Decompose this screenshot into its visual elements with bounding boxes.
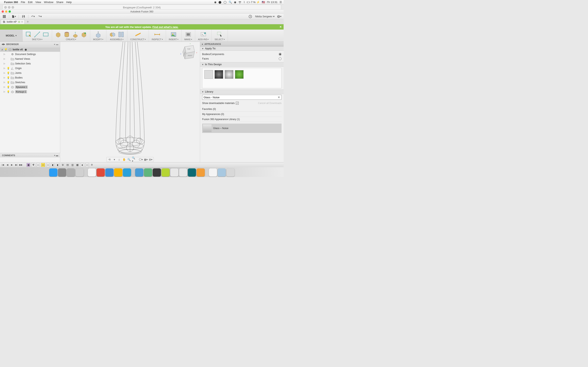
menu-share[interactable]: Share: [56, 1, 63, 4]
file-menu-button[interactable]: ▾: [12, 14, 16, 19]
maximize-window-button[interactable]: [9, 10, 11, 13]
cylinder-icon[interactable]: [63, 31, 70, 38]
app-menu[interactable]: Fusion 360: [4, 1, 18, 4]
status-icon[interactable]: ⬤: [218, 1, 222, 4]
insert-decal-icon[interactable]: [170, 31, 177, 38]
applyto-bodies[interactable]: Bodies/Components: [202, 52, 282, 57]
feature-11[interactable]: ▦: [76, 163, 79, 167]
dock-mulib[interactable]: [209, 168, 217, 176]
box-icon[interactable]: [55, 31, 61, 38]
dock-safari-alt[interactable]: [67, 168, 75, 176]
extrude-icon[interactable]: [72, 31, 79, 38]
lib-favorites[interactable]: Favorites (0): [202, 107, 282, 112]
dock-sketch[interactable]: [114, 168, 122, 176]
feature-1[interactable]: ◉: [26, 163, 30, 167]
applyto-header[interactable]: ▼Apply To:: [200, 46, 284, 51]
job-status-icon[interactable]: [248, 14, 252, 19]
measure-icon[interactable]: [154, 31, 160, 38]
applyto-faces[interactable]: Faces: [202, 57, 282, 61]
bulb-icon[interactable]: 💡: [4, 48, 7, 51]
input-flag-icon[interactable]: 🇺🇸: [262, 1, 265, 4]
rectangle-icon[interactable]: [43, 31, 49, 38]
material-swatch-1[interactable]: [204, 70, 213, 79]
tree-root[interactable]: ⊿ 💡 bottle v6 ◉: [0, 47, 60, 52]
dock-redshift[interactable]: [179, 168, 187, 176]
dock-fusion[interactable]: [197, 168, 205, 176]
user-menu[interactable]: Nikita Sergeev ▾: [255, 15, 275, 18]
tree-item[interactable]: ▷💡Origin: [0, 66, 60, 71]
bulb-icon[interactable]: 💡: [7, 67, 10, 70]
comments-bar[interactable]: COMMENTS + ▬: [0, 153, 60, 157]
dock-xcode[interactable]: [135, 168, 143, 176]
timeline-settings[interactable]: ⚙: [90, 163, 94, 167]
revolve-icon[interactable]: [81, 31, 87, 38]
add-comment-button[interactable]: + ▬: [54, 154, 58, 157]
tree-item[interactable]: ▷💡Bodies: [0, 75, 60, 80]
ribbon-label-assemble[interactable]: ASSEMBLE▾: [110, 38, 123, 41]
look-at-button[interactable]: ▾: [112, 157, 116, 161]
radio-faces[interactable]: [279, 57, 282, 60]
banner-close-button[interactable]: ×: [280, 25, 282, 29]
status-icon-2[interactable]: ◯: [224, 1, 227, 4]
feature-3[interactable]: ▭: [36, 163, 40, 167]
clear-search-button[interactable]: ✕: [278, 96, 280, 99]
feature-5[interactable]: ▭: [46, 163, 50, 167]
feature-6[interactable]: ◐: [51, 163, 55, 167]
bulb-icon[interactable]: 💡: [7, 85, 10, 89]
lib-fusion[interactable]: Fusion 360 Appearance Library (1): [202, 117, 282, 122]
dock-finder[interactable]: [49, 168, 57, 176]
creative-cloud-icon[interactable]: ◉: [214, 1, 216, 4]
spotlight-icon[interactable]: 🔍: [229, 1, 232, 4]
ribbon-label-create[interactable]: CREATE▾: [66, 38, 76, 41]
joint-icon[interactable]: [118, 31, 124, 38]
feature-13[interactable]: ▭: [85, 163, 89, 167]
banner-link[interactable]: Find out what's new.: [153, 25, 178, 29]
wifi-icon[interactable]: [238, 1, 242, 4]
help-button[interactable]: ?▾: [277, 14, 282, 19]
viewport-canvas[interactable]: TOP FRONT RIGHT Y X Z ⟲ ▾ ⌂ ✋ 🔍 🔍▾ 🖵▾ ▦▾…: [60, 42, 200, 162]
dock-trash[interactable]: [226, 168, 234, 176]
line-icon[interactable]: [34, 31, 40, 38]
tree-item[interactable]: ▷💡Кольцо:1: [0, 89, 60, 94]
library-result[interactable]: Glass – Noise: [202, 124, 282, 133]
notification-center-icon[interactable]: ☰: [279, 1, 282, 4]
scripts-icon[interactable]: >_: [200, 31, 207, 38]
document-tab[interactable]: bottle v6* ×: [1, 19, 25, 24]
ribbon-label-addins[interactable]: ADD-INS▾: [198, 38, 209, 41]
dock-sublime[interactable]: [153, 168, 161, 176]
bulb-icon[interactable]: 💡: [7, 76, 10, 79]
dock-muse[interactable]: [162, 168, 170, 176]
dock-launchpad[interactable]: [58, 168, 66, 176]
home-button[interactable]: ⌂: [117, 157, 121, 161]
plane-icon[interactable]: [135, 31, 141, 38]
orbit-button[interactable]: ⟲: [107, 157, 112, 161]
dock-atom[interactable]: [144, 168, 152, 176]
radio-active-icon[interactable]: ◉: [25, 48, 27, 51]
dock-telegram[interactable]: [123, 168, 131, 176]
zoom-button[interactable]: 🔍: [127, 157, 131, 161]
search-input[interactable]: [204, 96, 278, 99]
new-component-icon[interactable]: [109, 31, 116, 38]
ribbon-label-select[interactable]: SELECT▾: [215, 38, 225, 41]
bulb-icon[interactable]: 💡: [7, 90, 10, 93]
tree-item[interactable]: ▷Selection Sets: [0, 61, 60, 66]
dock-todoist[interactable]: [96, 168, 105, 176]
dock-folder[interactable]: [218, 168, 226, 176]
battery-icon[interactable]: 7 % ⚡: [247, 1, 259, 4]
workspace-switcher[interactable]: MODEL▾: [0, 30, 22, 42]
fit-button[interactable]: 🔍▾: [132, 157, 136, 161]
ribbon-label-sketch[interactable]: SKETCH▾: [32, 38, 43, 41]
tree-item[interactable]: ▷💡Joints: [0, 71, 60, 75]
new-tab-button[interactable]: +: [26, 20, 30, 24]
select-icon[interactable]: [216, 31, 223, 38]
feature-10[interactable]: ▥: [71, 163, 74, 167]
press-pull-icon[interactable]: [95, 31, 102, 38]
menu-file[interactable]: File: [21, 1, 25, 4]
close-tab-button[interactable]: ×: [21, 20, 23, 24]
3d-print-icon[interactable]: [185, 31, 191, 38]
feature-2[interactable]: ✥: [31, 163, 35, 167]
timeline-start[interactable]: |◀: [1, 163, 4, 167]
timeline-play[interactable]: ▶: [10, 163, 13, 167]
save-button[interactable]: [21, 14, 26, 19]
close-window-button[interactable]: [2, 10, 4, 13]
